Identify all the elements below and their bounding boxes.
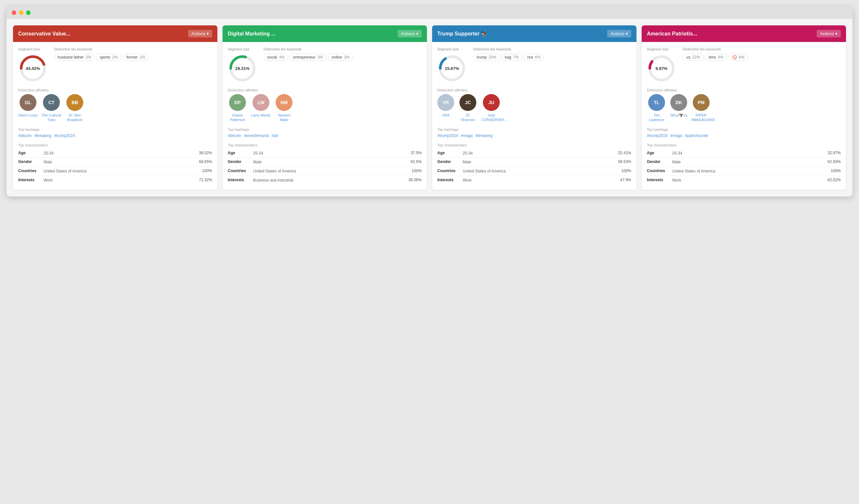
- hashtag[interactable]: #maga: [670, 133, 682, 138]
- affinity-item[interactable]: CT The Cultural Tutor: [42, 94, 61, 122]
- segment-size-area: Segment size 29.31%: [228, 47, 257, 83]
- segment-percent: 44.42%: [26, 66, 40, 71]
- actions-button-digital-marketing[interactable]: Actions ▾: [397, 30, 422, 37]
- keyword-pill: former 2%: [123, 54, 149, 61]
- keyword-text: dms: [709, 55, 716, 60]
- affinity-item[interactable]: JC JC Shannon: [458, 94, 478, 122]
- char-value: United States of America: [41, 169, 196, 174]
- characteristics-label: Top characteristics: [437, 143, 631, 147]
- hashtags-section: Top hashtags #bitcoin#wrestlemania#art: [228, 127, 422, 138]
- hashtags-label: Top hashtags: [647, 127, 841, 132]
- affinity-item[interactable]: BB Dr. Ben Braddock: [65, 94, 85, 122]
- hashtag[interactable]: #wrestlemania: [244, 133, 269, 138]
- hashtag[interactable]: #patriotsunite: [685, 133, 708, 138]
- segment-size-area: Segment size 15.67%: [437, 47, 467, 83]
- card-body-american-patriot: Segment size 9.87% Distinctive bio keywo…: [642, 42, 846, 190]
- hashtags-section: Top hashtags #trump2024#maga#breaking: [437, 127, 631, 138]
- card-title-trump-supporter: Trump Supporter 🦅: [437, 31, 487, 37]
- affinity-avatar: LW: [253, 94, 269, 111]
- svg-text:NM: NM: [281, 100, 288, 105]
- card-header-digital-marketing: Digital Marketing ... Actions ▾: [223, 25, 427, 42]
- hashtag[interactable]: #art: [272, 133, 278, 138]
- actions-button-trump-supporter[interactable]: Actions ▾: [607, 30, 631, 37]
- affinity-name: Nansen Malin: [274, 113, 294, 122]
- donut-chart: 9.87%: [647, 54, 676, 83]
- char-pct: 68.65%: [196, 159, 212, 164]
- affinities-row: DP Duane Patterson LW Larry Wentz NM Nan…: [228, 94, 422, 122]
- bio-keywords-area: Distinctive bio keywords husband father …: [54, 47, 212, 83]
- char-label: Interests: [647, 178, 669, 182]
- card-body-trump-supporter: Segment size 15.67% Distinctive bio keyw…: [432, 42, 636, 190]
- keyword-pct: 2%: [86, 55, 91, 60]
- affinity-item[interactable]: TL Tim Lawrence: [647, 94, 666, 122]
- char-value: Work: [669, 178, 825, 183]
- affinity-item[interactable]: VR VRA: [437, 94, 454, 122]
- keyword-pill: social 4%: [263, 54, 288, 61]
- card-body-conservative: Segment size 44.42% Distinctive bio keyw…: [13, 42, 217, 190]
- bio-keywords-area: Distinctive bio keywords us 22% dms 6% 🚫…: [683, 47, 841, 83]
- top-row: Segment size 15.67% Distinctive bio keyw…: [437, 47, 631, 83]
- hashtag[interactable]: #trump2024: [647, 133, 668, 138]
- affinity-item[interactable]: GL Glenn Loury: [18, 94, 38, 122]
- chevron-down-icon: ▾: [626, 31, 628, 36]
- char-label: Gender: [647, 159, 669, 164]
- svg-text:DP: DP: [234, 100, 240, 105]
- affinity-avatar: DP: [229, 94, 246, 111]
- card-header-trump-supporter: Trump Supporter 🦅 Actions ▾: [432, 25, 636, 42]
- hashtag[interactable]: #bitcoin: [18, 133, 32, 138]
- char-pct: 100%: [405, 169, 422, 173]
- char-value: Work: [41, 178, 196, 183]
- maximize-button[interactable]: [26, 11, 31, 15]
- hashtag-row: #trump2024#maga#patriotsunite: [647, 133, 841, 138]
- minimize-button[interactable]: [19, 11, 24, 15]
- card-digital-marketing: Digital Marketing ... Actions ▾ Segment …: [223, 25, 427, 190]
- bio-keywords-area: Distinctive bio keywords trump 20% kag 7…: [473, 47, 631, 83]
- char-label: Interests: [18, 178, 41, 182]
- hashtag-row: #bitcoin#breaking#trump2024: [18, 133, 212, 138]
- bio-keywords-area: Distinctive bio keywords social 4% entre…: [263, 47, 422, 83]
- char-value: Male: [251, 159, 405, 165]
- affinity-item[interactable]: NM Nansen Malin: [274, 94, 294, 122]
- characteristics-label: Top characteristics: [18, 143, 212, 147]
- segment-percent: 15.67%: [445, 66, 459, 71]
- keyword-pct: 7%: [513, 55, 519, 60]
- hashtag-row: #bitcoin#wrestlemania#art: [228, 133, 422, 138]
- card-title-digital-marketing: Digital Marketing ...: [228, 31, 275, 37]
- char-value: United States of America: [251, 169, 405, 174]
- bio-keywords-label: Distinctive bio keywords: [683, 47, 841, 51]
- char-pct: 37.5%: [405, 151, 422, 155]
- characteristic-row: Countries United States of America 100%: [437, 167, 631, 176]
- hashtag[interactable]: #maga: [461, 133, 473, 138]
- actions-button-conservative[interactable]: Actions ▾: [188, 30, 212, 37]
- affinity-avatar: VR: [437, 94, 454, 111]
- characteristic-row: Countries United States of America 100%: [18, 167, 212, 176]
- card-title-conservative: Conservative Value...: [18, 31, 70, 37]
- keyword-text: entrepreneur: [293, 55, 316, 60]
- svg-text:VR: VR: [442, 100, 449, 105]
- titlebar: [6, 6, 853, 19]
- char-value: Male: [669, 159, 825, 165]
- svg-text:JC: JC: [465, 100, 471, 105]
- affinity-item[interactable]: PM PIPER #MAGAGAINS: [691, 94, 711, 122]
- affinity-item[interactable]: LW Larry Wentz: [251, 94, 270, 122]
- actions-button-american-patriot[interactable]: Actions ▾: [817, 30, 841, 37]
- hashtag[interactable]: #trump2024: [54, 133, 75, 138]
- char-label: Countries: [18, 169, 41, 173]
- affinity-item[interactable]: DK DKus🦅us: [670, 94, 688, 122]
- keyword-text: us: [686, 55, 691, 60]
- hashtag[interactable]: #breaking: [476, 133, 493, 138]
- close-button[interactable]: [12, 11, 16, 15]
- card-conservative: Conservative Value... Actions ▾ Segment …: [13, 25, 217, 190]
- hashtag[interactable]: #breaking: [34, 133, 51, 138]
- hashtag[interactable]: #bitcoin: [228, 133, 241, 138]
- affinity-item[interactable]: DP Duane Patterson: [228, 94, 247, 122]
- hashtag[interactable]: #trump2024: [437, 133, 458, 138]
- affinity-name: Larry Wentz: [251, 113, 270, 118]
- svg-text:LW: LW: [257, 100, 265, 105]
- affinities-section: Distinctive affinities DP Duane Patterso…: [228, 88, 422, 122]
- chevron-down-icon: ▾: [835, 31, 838, 36]
- affinity-item[interactable]: JU Judy CONSERVATI...: [482, 94, 501, 122]
- char-pct: 72.32%: [196, 178, 212, 182]
- char-label: Interests: [437, 178, 460, 182]
- top-row: Segment size 9.87% Distinctive bio keywo…: [647, 47, 841, 83]
